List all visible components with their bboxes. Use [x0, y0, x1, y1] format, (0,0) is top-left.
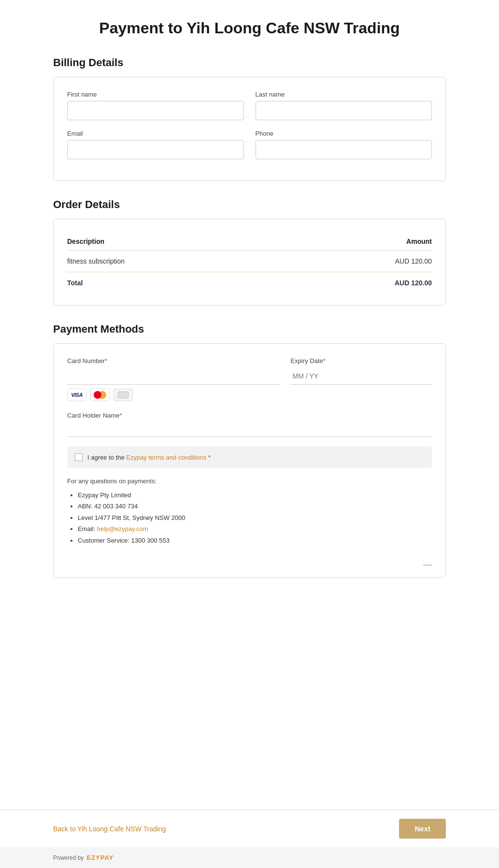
- back-link[interactable]: Back to Yih Loong Cafe NSW Trading: [53, 825, 166, 833]
- terms-required-star: *: [208, 454, 211, 461]
- holder-required-star: *: [119, 412, 122, 419]
- holder-name-group: Card Holder Name*: [67, 411, 432, 437]
- order-details-card: Description Amount fitness subscription …: [53, 219, 446, 306]
- expiry-input[interactable]: [291, 367, 432, 385]
- terms-link[interactable]: Ezypay terms and conditions: [126, 454, 206, 461]
- table-row: fitness subscription AUD 120.00: [67, 251, 432, 272]
- mastercard-icon: [90, 389, 110, 401]
- last-name-input[interactable]: [256, 101, 432, 120]
- info-list: Ezypay Pty LimitedABN: 42 003 340 734Lev…: [67, 490, 432, 546]
- page-title: Payment to Yih Loong Cafe NSW Trading: [53, 19, 446, 37]
- footer: Back to Yih Loong Cafe NSW Trading Next …: [0, 810, 499, 868]
- last-name-label: Last name: [256, 91, 432, 98]
- item-description: fitness subscription: [67, 251, 288, 272]
- list-item: Email: help@ezypay.com: [78, 523, 432, 534]
- terms-checkbox[interactable]: [75, 453, 83, 461]
- powered-by-text: Powered by: [53, 854, 84, 861]
- holder-name-label: Card Holder Name*: [67, 412, 122, 419]
- first-name-input[interactable]: [67, 101, 244, 120]
- first-name-label: First name: [67, 91, 244, 98]
- payment-section-title: Payment Methods: [53, 323, 446, 336]
- order-header-row: Description Amount: [67, 233, 432, 251]
- next-button[interactable]: Next: [399, 819, 446, 839]
- card-number-expiry-row: Card Number* VISA: [67, 357, 432, 401]
- info-title: For any questions on payments:: [67, 477, 432, 485]
- generic-card-icon: [114, 389, 133, 401]
- list-item: Ezypay Pty Limited: [78, 490, 432, 501]
- card-number-group: Card Number* VISA: [67, 357, 279, 401]
- billing-section-title: Billing Details: [53, 56, 446, 69]
- info-section: For any questions on payments: Ezypay Pt…: [67, 477, 432, 560]
- total-label: Total: [67, 272, 288, 294]
- phone-label: Phone: [256, 130, 432, 137]
- payment-methods-card: Card Number* VISA: [53, 343, 446, 578]
- email-label: Email: [67, 130, 244, 137]
- powered-by-bar: Powered by EZYPAY: [0, 847, 499, 868]
- visa-icon: VISA: [67, 389, 86, 401]
- item-amount: AUD 120.00: [288, 251, 432, 272]
- expiry-label: Expiry Date*: [291, 357, 432, 364]
- order-table: Description Amount fitness subscription …: [67, 233, 432, 294]
- expiry-required-star: *: [323, 357, 326, 364]
- first-name-group: First name: [67, 91, 244, 120]
- card-input-area: VISA: [67, 367, 279, 401]
- list-item: ABN: 42 003 340 734: [78, 501, 432, 512]
- phone-input[interactable]: [256, 140, 432, 159]
- list-item: Customer Service: 1300 300 553: [78, 535, 432, 546]
- contact-row: Email Phone: [67, 130, 432, 159]
- card-number-label: Card Number*: [67, 357, 279, 364]
- amount-col-header: Amount: [288, 233, 432, 251]
- total-amount: AUD 120.00: [288, 272, 432, 294]
- card-number-input[interactable]: [67, 367, 279, 385]
- email-link[interactable]: help@ezypay.com: [97, 525, 148, 532]
- terms-text: I agree to the Ezypay terms and conditio…: [87, 454, 211, 461]
- email-group: Email: [67, 130, 244, 159]
- email-input[interactable]: [67, 140, 244, 159]
- footer-actions: Back to Yih Loong Cafe NSW Trading Next: [0, 810, 499, 847]
- phone-group: Phone: [256, 130, 432, 159]
- ezypay-brand: EZYPAY: [86, 854, 114, 861]
- expiry-date-group: Expiry Date*: [291, 357, 432, 385]
- description-col-header: Description: [67, 233, 288, 251]
- last-name-group: Last name: [256, 91, 432, 120]
- terms-section: I agree to the Ezypay terms and conditio…: [67, 447, 432, 468]
- order-section-title: Order Details: [53, 198, 446, 211]
- list-item: Level 1/477 Pitt St, Sydney NSW 2000: [78, 512, 432, 523]
- scrollbar-hint: —: [67, 560, 432, 577]
- holder-name-input[interactable]: [67, 420, 432, 437]
- name-row: First name Last name: [67, 91, 432, 120]
- total-row: Total AUD 120.00: [67, 272, 432, 294]
- card-required-star: *: [105, 357, 107, 364]
- card-icons: VISA: [67, 389, 279, 401]
- billing-details-card: First name Last name Email Phone: [53, 77, 446, 181]
